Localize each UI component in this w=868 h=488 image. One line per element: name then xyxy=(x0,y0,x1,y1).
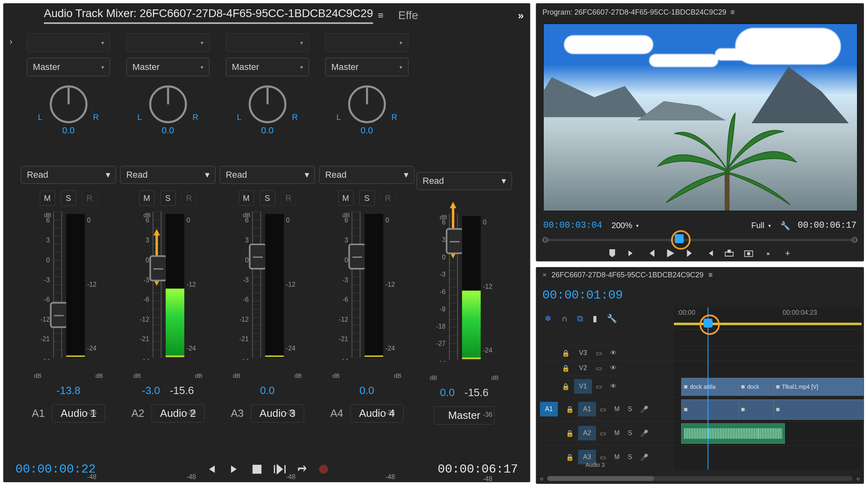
fader-handle[interactable] xyxy=(50,302,68,328)
sync-lock-icon[interactable]: ▭ xyxy=(596,364,602,372)
volume-fader[interactable] xyxy=(449,214,458,359)
volume-readout[interactable]: 0.0 xyxy=(260,384,275,397)
zoom-dropdown[interactable]: 200%▾ xyxy=(609,220,641,231)
toggle-track-output-icon[interactable]: 👁 xyxy=(610,350,617,357)
settings-icon[interactable]: 🔧 xyxy=(607,314,617,323)
audio-clip[interactable] xyxy=(681,399,743,420)
go-to-out-point-button[interactable] xyxy=(228,463,240,475)
automation-mode-dropdown[interactable]: Read▾ xyxy=(417,172,512,190)
mixer-title[interactable]: Audio Track Mixer: 26FC6607-27D8-4F65-95… xyxy=(44,7,373,24)
program-left-timecode[interactable]: 00:00:03:04 xyxy=(543,220,602,231)
volume-readout[interactable]: -3.0 xyxy=(142,384,160,397)
automation-mode-dropdown[interactable]: Read▾ xyxy=(120,166,216,184)
output-assignment-dropdown[interactable]: Master▾ xyxy=(126,58,209,76)
voice-over-icon[interactable]: 🎤 xyxy=(640,453,648,461)
track-lane-V3[interactable] xyxy=(674,346,861,361)
track-target-V2[interactable]: V2 xyxy=(574,361,592,376)
program-right-timecode[interactable]: 00:00:06:17 xyxy=(798,220,857,231)
sequence-name[interactable]: 26FC6607-27D8-4F65-95CC-1BDCB24C9C29 xyxy=(552,271,703,279)
track-header-V2[interactable]: 🔒 V2 ▭👁 xyxy=(540,361,674,376)
sync-lock-icon[interactable]: ▭ xyxy=(600,429,606,437)
record-enable-button[interactable]: R xyxy=(380,190,396,206)
stop-button[interactable] xyxy=(251,463,263,475)
audio-clip[interactable] xyxy=(739,399,778,420)
track-target-V3[interactable]: V3 xyxy=(574,346,592,361)
fader-handle[interactable] xyxy=(348,244,366,270)
track-target-V1[interactable]: V1 xyxy=(574,379,592,394)
record-enable-button[interactable]: R xyxy=(82,190,97,206)
track-lane-V1[interactable]: dock atitladockTlkal1.mp4 [V] xyxy=(674,376,861,397)
track-name-field[interactable]: Audio 1 xyxy=(52,404,105,423)
fader-handle[interactable] xyxy=(249,244,266,270)
track-header-V1[interactable]: 🔒 V1 ▭👁 xyxy=(540,375,674,397)
mute-button[interactable]: M xyxy=(139,190,155,206)
close-sequence-icon[interactable]: × xyxy=(542,271,546,279)
track-header-A2[interactable]: 🔒 A2 ▭ M S 🎤 xyxy=(540,421,674,445)
timeline-horizontal-scrollbar[interactable] xyxy=(547,476,853,481)
audio-clip[interactable] xyxy=(773,399,863,420)
scroll-left-dot[interactable]: ○ xyxy=(540,475,543,482)
track-name-field[interactable]: Audio 2 xyxy=(152,404,205,423)
record-enable-button[interactable]: R xyxy=(281,190,296,206)
track-lane-V2[interactable] xyxy=(674,361,861,376)
pan-value[interactable]: 0.0 xyxy=(261,125,274,136)
marker-span-icon[interactable]: ▮ xyxy=(593,314,597,323)
scroll-right-dot[interactable]: ○ xyxy=(857,475,860,482)
send-assignment-dropdown[interactable]: ▾ xyxy=(325,33,408,52)
add-marker-button[interactable] xyxy=(607,248,617,258)
video-clip[interactable]: dock xyxy=(739,378,778,396)
track-name-field[interactable]: Master xyxy=(434,406,495,425)
track-header-V3[interactable]: 🔒 V3 ▭👁 xyxy=(540,346,674,361)
sync-lock-icon[interactable]: ▭ xyxy=(600,453,606,461)
track-name-field[interactable]: Audio 4 xyxy=(351,404,403,423)
lock-icon[interactable]: 🔒 xyxy=(566,453,574,461)
automation-mode-dropdown[interactable]: Read▾ xyxy=(21,166,116,184)
solo-button[interactable]: S xyxy=(260,190,275,206)
sync-lock-icon[interactable]: ▭ xyxy=(600,405,606,413)
audio-clip[interactable] xyxy=(681,423,785,444)
record-button[interactable] xyxy=(319,465,328,474)
right-timecode[interactable]: 00:00:06:17 xyxy=(438,462,518,476)
mute-button[interactable]: M xyxy=(614,453,619,461)
volume-fader[interactable] xyxy=(351,211,360,357)
video-clip[interactable]: dock atitla xyxy=(681,378,743,396)
magnet-icon[interactable]: ∩ xyxy=(561,314,567,323)
fader-handle[interactable] xyxy=(149,255,167,281)
panel-menu-icon[interactable]: ≡ xyxy=(378,10,384,21)
mark-out-button[interactable] xyxy=(705,248,715,258)
send-assignment-dropdown[interactable]: ▾ xyxy=(27,33,110,52)
video-clip[interactable]: Tlkal1.mp4 [V] xyxy=(773,378,863,396)
step-back-button[interactable] xyxy=(646,248,656,258)
solo-button[interactable]: S xyxy=(359,190,375,206)
solo-button[interactable]: S xyxy=(628,429,632,437)
lock-icon[interactable]: 🔒 xyxy=(562,349,570,357)
output-assignment-dropdown[interactable]: Master▾ xyxy=(226,58,309,76)
volume-readout[interactable]: 0.0 xyxy=(440,386,455,399)
mute-button[interactable]: M xyxy=(614,429,619,437)
source-patch-A1[interactable]: A1 xyxy=(540,402,558,416)
settings-icon[interactable]: 🔧 xyxy=(780,220,790,230)
program-title[interactable]: Program: 26FC6607-27D8-4F65-95CC-1BDCB24… xyxy=(542,8,726,16)
linked-selection-icon[interactable]: ⧉ xyxy=(577,314,583,323)
panel-menu-icon[interactable]: ≡ xyxy=(708,271,712,279)
sync-lock-icon[interactable]: ▭ xyxy=(596,349,602,357)
lock-icon[interactable]: 🔒 xyxy=(562,364,570,372)
timeline-timecode[interactable]: 00:00:01:09 xyxy=(542,288,623,302)
output-assignment-dropdown[interactable]: Master▾ xyxy=(325,58,408,76)
track-lane-A2[interactable] xyxy=(674,421,861,445)
voice-over-icon[interactable]: 🎤 xyxy=(640,405,648,413)
solo-button[interactable]: S xyxy=(628,453,632,461)
track-name-field[interactable]: Audio 3 xyxy=(251,404,304,423)
pan-value[interactable]: 0.0 xyxy=(161,125,174,136)
output-assignment-dropdown[interactable]: Master▾ xyxy=(27,58,110,76)
track-target-A1[interactable]: A1 xyxy=(578,402,596,416)
record-enable-button[interactable]: R xyxy=(181,190,197,206)
track-header-A1[interactable]: A1 🔒 A1 ▭ M S 🎤 xyxy=(540,397,674,421)
solo-button[interactable]: S xyxy=(160,190,176,206)
lift-button[interactable] xyxy=(724,248,734,258)
program-video-frame[interactable] xyxy=(543,24,857,211)
fader-handle[interactable] xyxy=(445,228,463,254)
send-assignment-dropdown[interactable]: ▾ xyxy=(226,33,309,52)
toggle-track-output-icon[interactable]: 👁 xyxy=(610,365,617,372)
track-lane-A1[interactable] xyxy=(674,397,861,421)
